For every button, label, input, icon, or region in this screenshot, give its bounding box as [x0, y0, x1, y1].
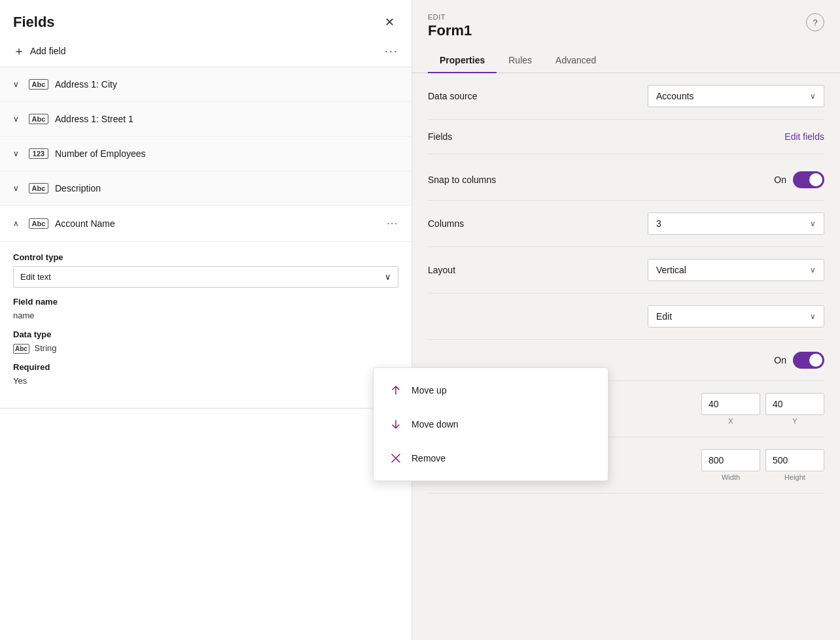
chevron-down-icon: ∨ — [13, 184, 22, 193]
help-button[interactable]: ? — [806, 13, 824, 31]
default-mode-dropdown[interactable]: Edit ∨ — [648, 305, 824, 328]
snap-on-label: On — [774, 175, 786, 185]
default-mode-value: Edit — [656, 311, 672, 322]
data-source-value: Accounts — [656, 91, 694, 101]
remove-label: Remove — [411, 453, 446, 463]
right-header: EDIT Form1 ? — [412, 0, 840, 48]
x-icon — [389, 452, 402, 465]
columns-value: 3 — [656, 218, 661, 229]
field-name: Number of Employees — [55, 148, 146, 159]
context-menu: Move up Move down Remove — [373, 367, 608, 481]
layout-row: Layout Vertical ∨ — [428, 247, 824, 294]
columns-dropdown[interactable]: 3 ∨ — [648, 212, 824, 235]
position-y-input[interactable] — [765, 393, 824, 415]
snap-to-columns-label: Snap to columns — [428, 175, 526, 185]
add-field-button[interactable]: ＋ Add field — [13, 43, 65, 59]
close-button[interactable]: ✕ — [380, 13, 398, 31]
layout-value: Vertical — [656, 265, 686, 275]
right-panel: EDIT Form1 ? Properties Rules Advanced D… — [412, 0, 840, 640]
field-name-label: Field name — [13, 297, 398, 307]
required-value: Yes — [13, 376, 398, 386]
size-height-label: Height — [784, 473, 805, 481]
field-item-num-employees[interactable]: ∨ 123 Number of Employees — [0, 137, 411, 171]
chevron-down-icon: ∨ — [810, 219, 816, 228]
snap-to-columns-row: Snap to columns On — [428, 160, 824, 201]
field-name: Address 1: Street 1 — [55, 114, 133, 124]
account-name-more-options-button[interactable]: ··· — [387, 218, 398, 229]
data-type-value: Abc String — [13, 343, 398, 353]
tabs-row: Properties Rules Advanced — [412, 48, 840, 73]
chevron-down-icon: ∨ — [13, 114, 22, 124]
tab-advanced[interactable]: Advanced — [544, 48, 608, 73]
field-name-value: name — [13, 311, 398, 320]
context-menu-move-down[interactable]: Move down — [374, 407, 608, 441]
data-source-row: Data source Accounts ∨ — [428, 73, 824, 120]
move-up-label: Move up — [411, 385, 447, 396]
arrow-down-icon — [389, 418, 402, 431]
size-height-group: Height — [765, 449, 824, 481]
control-type-value: Edit text — [20, 272, 51, 282]
field-type-badge: Abc — [29, 114, 48, 124]
required-label: Required — [13, 362, 398, 372]
field-name: Description — [55, 183, 101, 194]
fields-label: Fields — [428, 131, 526, 142]
chevron-down-icon: ∨ — [810, 312, 816, 321]
position-x-label: X — [728, 417, 733, 425]
field-type-badge: Abc — [29, 218, 48, 229]
control-type-section: Control type Edit text ∨ — [13, 252, 398, 288]
data-type-label: Data type — [13, 329, 398, 339]
field-list: ∨ Abc Address 1: City ∨ Abc Address 1: S… — [0, 67, 411, 640]
position-y-group: Y — [765, 393, 824, 425]
edit-label: EDIT — [428, 13, 824, 21]
required-section: Required Yes — [13, 362, 398, 386]
second-toggle[interactable] — [793, 352, 824, 369]
context-menu-move-up[interactable]: Move up — [374, 373, 608, 407]
field-expanded-content: Control type Edit text ∨ Field name name… — [0, 242, 411, 409]
field-item-account-name[interactable]: ∧ Abc Account Name ··· — [0, 206, 411, 242]
chevron-down-icon: ∨ — [13, 149, 22, 158]
data-type-section: Data type Abc String — [13, 329, 398, 353]
layout-dropdown[interactable]: Vertical ∨ — [648, 259, 824, 281]
panel-title: Fields — [13, 14, 55, 31]
add-field-label: Add field — [30, 46, 65, 56]
chevron-down-icon: ∨ — [810, 265, 816, 275]
position-x-group: X — [701, 393, 760, 425]
size-height-input[interactable] — [765, 449, 824, 471]
edit-fields-link[interactable]: Edit fields — [784, 131, 824, 142]
columns-row: Columns 3 ∨ — [428, 201, 824, 247]
form-title: Form1 — [428, 22, 824, 39]
add-field-row: ＋ Add field ··· — [0, 38, 411, 67]
position-x-input[interactable] — [701, 393, 760, 415]
field-item-address-street[interactable]: ∨ Abc Address 1: Street 1 — [0, 102, 411, 137]
data-type-badge: Abc — [13, 344, 29, 354]
snap-to-columns-toggle[interactable] — [793, 171, 824, 188]
tab-rules[interactable]: Rules — [497, 48, 544, 73]
field-item-description[interactable]: ∨ Abc Description — [0, 171, 411, 206]
default-mode-row: Edit ∨ — [428, 294, 824, 340]
control-type-label: Control type — [13, 252, 398, 262]
chevron-down-icon: ∨ — [13, 80, 22, 89]
layout-label: Layout — [428, 265, 526, 275]
fields-row: Fields Edit fields — [428, 120, 824, 154]
control-type-select[interactable]: Edit text ∨ — [13, 266, 398, 288]
arrow-up-icon — [389, 384, 402, 397]
fields-more-options-button[interactable]: ··· — [385, 44, 398, 58]
panel-header: Fields ✕ — [0, 0, 411, 38]
toggle-on-label: On — [774, 355, 786, 365]
field-item-address-city[interactable]: ∨ Abc Address 1: City — [0, 67, 411, 102]
size-width-label: Width — [722, 473, 740, 481]
field-name-section: Field name name — [13, 297, 398, 320]
data-source-label: Data source — [428, 91, 526, 101]
context-menu-remove[interactable]: Remove — [374, 441, 608, 475]
data-source-dropdown[interactable]: Accounts ∨ — [648, 85, 824, 107]
field-name: Account Name — [55, 218, 115, 229]
tab-properties[interactable]: Properties — [428, 48, 497, 73]
field-type-badge: Abc — [29, 183, 48, 194]
chevron-down-icon: ∨ — [385, 272, 391, 282]
left-panel: Fields ✕ ＋ Add field ··· ∨ Abc Address 1… — [0, 0, 412, 640]
move-down-label: Move down — [411, 419, 459, 429]
chevron-down-icon: ∨ — [810, 92, 816, 101]
chevron-up-icon: ∧ — [13, 219, 22, 228]
position-y-label: Y — [792, 417, 797, 425]
size-width-input[interactable] — [701, 449, 760, 471]
